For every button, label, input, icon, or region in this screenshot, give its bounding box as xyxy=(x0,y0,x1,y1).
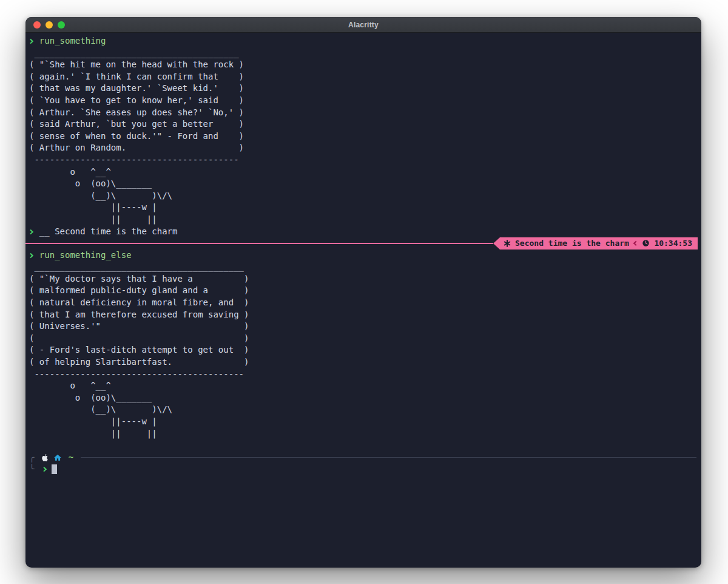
terminal-text-line: || || xyxy=(29,214,698,226)
terminal-text-line: ( of helping Slartibartfast. ) xyxy=(29,356,698,368)
terminal-command-line: run_something_else xyxy=(29,250,698,262)
terminal-text-line: ( `You have to get to know her,' said ) xyxy=(29,95,698,107)
prompt-rule xyxy=(81,457,696,458)
command-text: __ Second time is the charm xyxy=(39,226,178,238)
terminal-text-line: ||----w | xyxy=(29,202,698,214)
text-cursor xyxy=(52,464,57,474)
terminal-text-line: ||----w | xyxy=(29,416,698,428)
badge-label: Second time is the charm xyxy=(515,237,629,250)
separator-line xyxy=(25,243,493,244)
traffic-lights xyxy=(33,17,65,32)
chevron-left-icon xyxy=(633,241,638,246)
terminal-command-line: __ Second time is the charm xyxy=(29,226,698,238)
prompt-arrow-icon xyxy=(29,230,39,234)
terminal-text-line: ( "`My doctor says that I have a ) xyxy=(29,273,698,285)
prompt-bracket-bottom: ╰ xyxy=(29,463,39,475)
terminal-text-line: ( Arthur. `She eases up does she?' `No,'… xyxy=(29,107,698,119)
zoom-button[interactable] xyxy=(58,21,65,29)
asterisk-icon xyxy=(504,240,511,247)
terminal-text-line: (__)\ )\/\ xyxy=(29,404,698,416)
apple-icon xyxy=(41,453,49,462)
prompt-arrow-icon xyxy=(29,254,39,257)
terminal-text-line: ( "`She hit me on the head with the rock… xyxy=(29,59,698,71)
minimize-button[interactable] xyxy=(46,21,53,29)
terminal-text-line: o (oo)\_______ xyxy=(29,392,698,404)
terminal-screen[interactable]: run_something __________________________… xyxy=(25,33,701,568)
clock-icon xyxy=(642,239,650,247)
terminal-text-line: o ^__^ xyxy=(29,380,698,392)
prompt-arrow-icon xyxy=(42,467,46,471)
terminal-text-line: ( Universes.'" ) xyxy=(29,321,698,333)
terminal-text-line: ( - Ford's last-ditch attempt to get out… xyxy=(29,344,698,356)
command-text: run_something_else xyxy=(39,250,132,262)
status-badge: Second time is the charm10:34:53 xyxy=(493,237,698,250)
terminal-text-line: ( said Arthur, `but you get a better ) xyxy=(29,118,698,131)
close-button[interactable] xyxy=(33,21,41,29)
prompt-line-top: ╭ ~ xyxy=(29,452,698,464)
terminal-text-line: || || xyxy=(29,428,698,440)
terminal-text-line: ________________________________________ xyxy=(29,47,698,59)
terminal-text-line: ( that was my daughter.' `Sweet kid.' ) xyxy=(29,83,698,95)
terminal-text-line: ( sense of when to duck.'" - Ford and ) xyxy=(29,131,698,143)
terminal-text-line: ________________________________________… xyxy=(29,261,698,273)
home-icon xyxy=(53,453,62,462)
titlebar[interactable]: Alacritty xyxy=(25,17,701,33)
terminal-text-line: (__)\ )\/\ xyxy=(29,190,698,202)
terminal-text-line: ( again.' `I think I can confirm that ) xyxy=(29,71,698,83)
prompt-arrow-icon xyxy=(29,39,39,43)
badge-time: 10:34:53 xyxy=(654,237,692,250)
terminal-text-line: ----------------------------------------… xyxy=(29,368,698,381)
window-title: Alacritty xyxy=(348,21,379,29)
terminal-text-line: o ^__^ xyxy=(29,166,698,178)
terminal-blank-line xyxy=(29,440,698,452)
terminal-text-line: ( ) xyxy=(29,333,698,345)
prompt-line-bottom: ╰ xyxy=(29,463,698,475)
current-directory: ~ xyxy=(69,452,73,464)
command-text: run_something xyxy=(39,35,106,47)
terminal-command-line: run_something xyxy=(29,35,698,47)
status-separator: Second time is the charm10:34:53 xyxy=(29,237,698,250)
terminal-text-line: ( that I am therefore excused from savin… xyxy=(29,309,698,321)
terminal-text-line: ---------------------------------------- xyxy=(29,154,698,166)
terminal-text-line: ( natural deficiency in moral fibre, and… xyxy=(29,297,698,309)
terminal-text-line: ( Arthur on Random. ) xyxy=(29,142,698,154)
terminal-text-line: ( malformed public-duty gland and a ) xyxy=(29,285,698,297)
prompt-bracket-top: ╭ xyxy=(29,452,39,464)
terminal-window: Alacritty run_something ________________… xyxy=(25,17,701,568)
terminal-text-line: o (oo)\_______ xyxy=(29,178,698,190)
